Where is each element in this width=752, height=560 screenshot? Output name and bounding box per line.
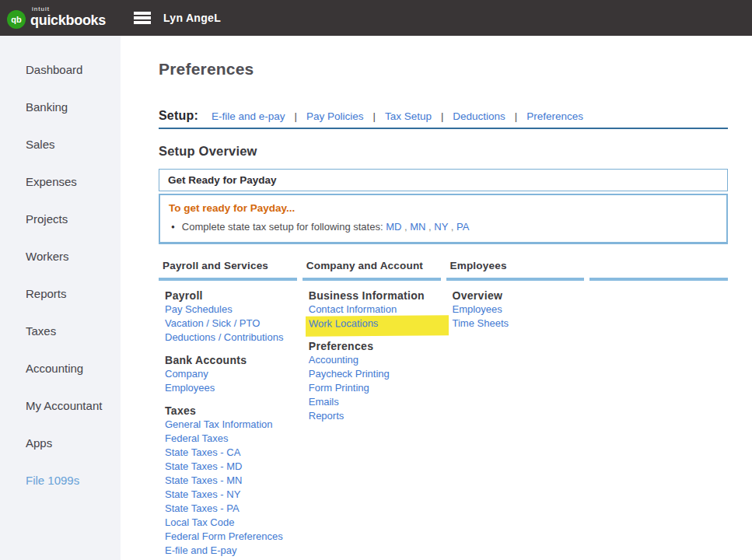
link-state-taxes-ny[interactable]: State Taxes - NY [165,488,297,502]
column-header-payroll-and-services: Payroll and Services [159,260,297,275]
link-state-taxes-mn[interactable]: State Taxes - MN [165,474,297,488]
sidebar-item-projects[interactable]: Projects [0,200,121,237]
payday-box-body: To get ready for Payday... ●Complete sta… [159,194,728,244]
setup-link-preferences[interactable]: Preferences [526,110,583,122]
setup-columns: Payroll and ServicesPayrollPay Schedules… [159,260,728,560]
payday-bullet-line: ●Complete state tax setup for following … [169,221,718,233]
link-state-taxes-ca[interactable]: State Taxes - CA [165,446,297,460]
setup-links: E-file and e-pay|Pay Policies|Tax Setup|… [212,109,583,123]
column-groups [589,281,728,289]
sidebar-item-taxes[interactable]: Taxes [0,312,121,349]
hamburger-bar [134,12,151,15]
link-local-tax-code[interactable]: Local Tax Code [165,516,297,530]
column-header-employees: Employees [446,260,585,275]
link-general-tax-information[interactable]: General Tax Information [165,418,297,432]
intuit-wordmark: intuit [32,6,106,12]
sidebar-item-accounting[interactable]: Accounting [0,349,121,387]
sidebar-item-apps[interactable]: Apps [0,424,121,461]
group-title-payroll: Payroll [165,289,297,303]
state-link-pa[interactable]: PA [456,221,469,233]
group-business-information: Business InformationContact InformationW… [309,289,441,336]
link-state-taxes-md[interactable]: State Taxes - MD [165,460,297,474]
sidebar-item-reports[interactable]: Reports [0,275,121,312]
sidebar-nav: DashboardBankingSalesExpensesProjectsWor… [0,36,121,560]
sidebar-item-my-accountant[interactable]: My Accountant [0,387,121,424]
group-bank-accounts: Bank AccountsCompanyEmployees [165,354,297,395]
state-link-mn[interactable]: MN [410,221,425,233]
group-title-bank-accounts: Bank Accounts [165,354,297,367]
bullet-text: Complete state tax setup for following s… [182,221,383,233]
state-links: MD , MN , NY , PA [386,221,469,233]
link-federal-form-preferences[interactable]: Federal Form Preferences [165,530,297,544]
qb-monogram: qb [11,15,21,24]
setup-link-deductions[interactable]: Deductions [453,110,505,122]
group-title-taxes: Taxes [165,404,297,418]
setup-links-row: Setup: E-file and e-pay|Pay Policies|Tax… [159,109,728,123]
column-employees: EmployeesOverviewEmployeesTime Sheets [446,260,585,560]
group-title-business-information: Business Information [309,289,441,303]
sidebar-item-banking[interactable]: Banking [0,88,121,125]
sidebar-item-sales[interactable]: Sales [0,125,121,163]
link-time-sheets[interactable]: Time Sheets [453,317,585,331]
payday-message: To get ready for Payday... [169,202,718,214]
setup-link-separator: | [515,110,517,122]
sidebar-item-dashboard[interactable]: Dashboard [0,51,121,88]
link-deductions-contributions[interactable]: Deductions / Contributions [165,331,297,345]
quickbooks-wordmark: quickbooks [30,13,106,27]
link-form-printing[interactable]: Form Printing [309,381,441,395]
state-separator: , [425,221,434,233]
sidebar-item-expenses[interactable]: Expenses [0,163,121,200]
link-vacation-sick-pto[interactable]: Vacation / Sick / PTO [165,317,297,331]
column-groups: PayrollPay SchedulesVacation / Sick / PT… [159,281,297,558]
setup-link-separator: | [373,110,375,122]
link-contact-information[interactable]: Contact Information [309,303,441,317]
state-link-md[interactable]: MD [386,221,401,233]
setup-link-separator: | [295,110,297,122]
group-payroll: PayrollPay SchedulesVacation / Sick / PT… [165,289,297,345]
link-state-taxes-pa[interactable]: State Taxes - PA [165,502,297,516]
setup-link-pay-policies[interactable]: Pay Policies [306,110,364,122]
qb-logo-icon: qb [7,10,26,29]
column-company-and-account: Company and AccountBusiness InformationC… [303,260,441,560]
payday-box-title: Get Ready for Payday [168,174,277,186]
setup-link-separator: | [441,110,443,122]
link-accounting[interactable]: Accounting [309,353,441,367]
setup-overview-title: Setup Overview [159,144,728,159]
link-company[interactable]: Company [165,367,297,381]
quickbooks-logo[interactable]: qb intuit quickbooks [7,5,106,29]
payday-box-header: Get Ready for Payday [159,169,728,191]
link-e-file-and-e-pay[interactable]: E-file and E-pay [165,544,297,558]
hamburger-bar [134,16,151,19]
column-header-company-and-account: Company and Account [303,260,441,275]
setup-label: Setup: [159,109,198,123]
link-paycheck-printing[interactable]: Paycheck Printing [309,367,441,381]
page-title: Preferences [159,60,728,79]
main-content: Preferences Setup: E-file and e-pay|Pay … [121,36,752,560]
link-reports[interactable]: Reports [309,409,441,423]
link-employees[interactable]: Employees [165,381,297,395]
setup-link-tax-setup[interactable]: Tax Setup [385,110,432,122]
link-work-locations[interactable]: Work Locations [306,315,449,336]
group-title-preferences: Preferences [309,340,441,353]
group-preferences: PreferencesAccountingPaycheck PrintingFo… [309,340,441,423]
group-taxes: TaxesGeneral Tax InformationFederal Taxe… [165,404,297,558]
sidebar-item-workers[interactable]: Workers [0,237,121,275]
state-separator: , [401,221,410,233]
setup-divider [159,128,728,129]
column-groups: OverviewEmployeesTime Sheets [446,281,585,331]
hamburger-bar [134,21,151,24]
link-pay-schedules[interactable]: Pay Schedules [165,303,297,317]
link-federal-taxes[interactable]: Federal Taxes [165,432,297,446]
state-link-ny[interactable]: NY [434,221,448,233]
brand-wordmark: intuit quickbooks [30,6,106,27]
link-employees[interactable]: Employees [453,303,585,317]
hamburger-menu-icon[interactable] [134,12,151,26]
group-overview: OverviewEmployeesTime Sheets [453,289,585,331]
state-separator: , [448,221,456,233]
setup-link-e-file-and-e-pay[interactable]: E-file and e-pay [212,110,285,122]
bullet-icon: ● [171,223,175,230]
column-header-empty [589,260,728,275]
column-groups: Business InformationContact InformationW… [303,281,441,423]
link-emails[interactable]: Emails [309,395,441,409]
sidebar-item-file-1099s[interactable]: File 1099s [0,461,121,499]
